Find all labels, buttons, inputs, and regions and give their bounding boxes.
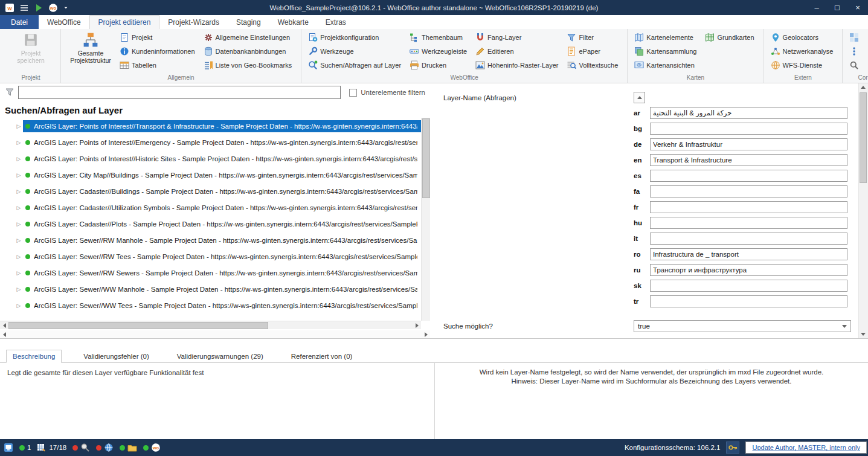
tree-item[interactable]: ▷ArcGIS Layer: Sewer//WW Manhole - Sampl… xyxy=(0,281,421,297)
scrollbar-thumb[interactable] xyxy=(8,322,268,329)
tree-item[interactable]: ▷ArcGIS Layer: Cadaster//Plots - Sample … xyxy=(0,216,421,232)
language-input-es[interactable] xyxy=(650,170,847,182)
scroll-right-icon[interactable] xyxy=(422,330,430,338)
properties-vscrollbar[interactable] xyxy=(858,83,868,338)
ribbon-button-kartensammlung[interactable]: Kartensammlung xyxy=(633,44,700,58)
ribbon-button-drucken[interactable]: Drucken xyxy=(408,58,471,72)
scrollbar-thumb[interactable] xyxy=(860,92,867,183)
ribbon-button-datenbankanbindungen[interactable]: Datenbankanbindungen xyxy=(202,44,296,58)
tab-staging[interactable]: Staging xyxy=(228,15,269,29)
ribbon-button-tabellen[interactable]: Tabellen xyxy=(118,58,199,72)
expander-icon[interactable]: ▷ xyxy=(14,172,23,178)
bottom-splitter[interactable] xyxy=(0,338,868,347)
ribbon-button-netzwerkanalyse[interactable]: Netzwerkanalyse xyxy=(770,44,837,58)
tree-item[interactable]: ▷ArcGIS Layer: Points of Interest//Histo… xyxy=(0,150,421,167)
expander-icon[interactable]: ▷ xyxy=(14,205,23,211)
update-author-badge[interactable]: Update Author, MASTER, intern only xyxy=(745,442,867,454)
ribbon-button-geolocators[interactable]: Geolocators xyxy=(770,30,837,44)
ribbon-button-projektkonfiguration[interactable]: Projektkonfiguration xyxy=(307,30,405,44)
tree-item[interactable]: ▷ArcGIS Layer: Cadaster//Utilization Sym… xyxy=(0,199,421,216)
tab-weboffice[interactable]: WebOffice xyxy=(39,15,89,29)
language-input-it[interactable] xyxy=(650,233,847,245)
key-button[interactable] xyxy=(726,442,739,454)
close-button[interactable]: × xyxy=(847,0,868,15)
ribbon-button-kartenelemente[interactable]: Kartenelemente xyxy=(633,30,700,44)
ribbon-button-gesamte-projektstruktur[interactable]: Gesamte Projektstruktur xyxy=(66,30,115,64)
tree-item[interactable]: ▷ArcGIS Layer: Points of Interest//Emerg… xyxy=(0,134,421,150)
expander-icon[interactable]: ▷ xyxy=(14,286,23,292)
scroll-left-icon[interactable] xyxy=(0,321,8,329)
bottom-tab-beschreibung[interactable]: Beschreibung xyxy=(6,350,62,363)
ribbon-button-allgemeine-einstellungen[interactable]: Allgemeine Einstellungen xyxy=(202,30,296,44)
language-input-fr[interactable] xyxy=(650,201,847,213)
panel-hscrollbar[interactable] xyxy=(0,330,430,338)
bottom-tab-validierungsfehler-0[interactable]: Validierungsfehler (0) xyxy=(77,350,155,362)
ribbon-button-core-dots[interactable] xyxy=(848,44,863,58)
ribbon-button-core-search[interactable] xyxy=(848,58,863,72)
scroll-down-icon[interactable] xyxy=(859,330,867,338)
panel-splitter[interactable] xyxy=(430,83,439,338)
expander-icon[interactable]: ▷ xyxy=(14,188,23,194)
minimize-button[interactable]: – xyxy=(806,0,827,15)
tab-extras[interactable]: Extras xyxy=(317,15,355,29)
tree-item[interactable]: ▷ArcGIS Layer: City Map//Buildings - Sam… xyxy=(0,167,421,183)
language-input-hu[interactable] xyxy=(650,217,847,229)
bottom-tab-referenziert-von-0[interactable]: Referenziert von (0) xyxy=(285,350,359,362)
ribbon-button-volltextsuche[interactable]: Volltextsuche xyxy=(565,58,622,72)
collapse-button[interactable] xyxy=(634,92,645,103)
scroll-up-icon[interactable] xyxy=(859,83,867,91)
ribbon-button-liste-von-geo-bookmarks[interactable]: Liste von Geo-Bookmarks xyxy=(202,58,296,72)
expander-icon[interactable]: ▷ xyxy=(14,303,23,309)
scroll-right-icon[interactable] xyxy=(413,321,421,329)
ribbon-button-kartenansichten[interactable]: Kartenansichten xyxy=(633,58,700,72)
ribbon-button-werkzeuge[interactable]: Werkzeuge xyxy=(307,44,405,58)
tab-webkarte[interactable]: Webkarte xyxy=(269,15,317,29)
tab-projekt-editieren[interactable]: Projekt editieren xyxy=(89,15,160,29)
ribbon-button-suchen-abfragen-auf-layer[interactable]: Suchen/Abfragen auf Layer xyxy=(307,58,405,72)
expander-icon[interactable]: ▷ xyxy=(14,254,23,260)
tab-projekt-wizards[interactable]: Projekt-Wizards xyxy=(159,15,228,29)
ribbon-button-editieren[interactable]: Editieren xyxy=(474,44,562,58)
ribbon-button-projekt-speichern[interactable]: Projekt speichern xyxy=(7,30,55,64)
tree-item[interactable]: ▷ArcGIS Layer: Sewer//RW Sewers - Sample… xyxy=(0,265,421,281)
tree-item[interactable]: ▷ArcGIS Layer: Points of Interest//Trans… xyxy=(0,118,421,134)
language-input-bg[interactable] xyxy=(650,123,847,135)
tab-datei[interactable]: Datei xyxy=(0,15,39,29)
search-possible-dropdown[interactable]: true xyxy=(634,320,851,332)
expander-icon[interactable]: ▷ xyxy=(14,156,23,162)
tree-hscrollbar[interactable] xyxy=(0,321,421,329)
ribbon-button-kundeninformationen[interactable]: Kundeninformationen xyxy=(118,44,199,58)
language-input-ar[interactable] xyxy=(650,107,847,119)
bottom-tab-validierungswarnungen-29[interactable]: Validierungswarnungen (29) xyxy=(171,350,269,362)
tree-vscrollbar[interactable] xyxy=(421,118,430,321)
ribbon-button-werkzeugleiste[interactable]: Werkzeugleiste xyxy=(408,44,471,58)
language-input-ro[interactable] xyxy=(650,248,847,260)
tree-item[interactable]: ▷ArcGIS Layer: Sewer//RW Tees - Sample P… xyxy=(0,248,421,265)
language-input-de[interactable] xyxy=(650,138,847,150)
scrollbar-thumb[interactable] xyxy=(422,118,430,198)
language-input-ru[interactable] xyxy=(650,264,847,276)
tree-item[interactable]: ▷ArcGIS Layer: Sewer//WW Tees - Sample P… xyxy=(0,297,421,313)
subelements-filter-checkbox[interactable] xyxy=(349,89,357,97)
language-input-sk[interactable] xyxy=(650,280,847,292)
ribbon-button-themenbaum[interactable]: Themenbaum xyxy=(408,30,471,44)
tree-item[interactable]: ▷ArcGIS Layer: Cadaster//Buildings - Sam… xyxy=(0,183,421,199)
ribbon-button-grundkarten[interactable]: Grundkarten xyxy=(704,30,757,44)
expander-icon[interactable]: ▷ xyxy=(14,140,23,146)
ribbon-button-epaper[interactable]: ePaper xyxy=(565,44,622,58)
filter-input[interactable] xyxy=(18,86,341,99)
ribbon-button-filter[interactable]: Filter xyxy=(565,30,622,44)
expander-icon[interactable]: ▷ xyxy=(14,270,23,276)
language-input-tr[interactable] xyxy=(650,295,847,307)
language-input-en[interactable] xyxy=(650,154,847,166)
ribbon-button-höheninfo-raster-layer[interactable]: Höheninfo-Raster-Layer xyxy=(474,58,562,72)
expander-icon[interactable]: ▷ xyxy=(14,237,23,243)
maximize-button[interactable]: □ xyxy=(827,0,847,15)
language-input-fa[interactable] xyxy=(650,185,847,197)
ribbon-button-projekt[interactable]: Projekt xyxy=(118,30,199,44)
expander-icon[interactable]: ▷ xyxy=(14,123,23,129)
ribbon-button-core-grid[interactable] xyxy=(848,30,863,44)
ribbon-button-wfs-dienste[interactable]: WFS-Dienste xyxy=(770,58,837,72)
ribbon-button-fang-layer[interactable]: Fang-Layer xyxy=(474,30,562,44)
tree-item[interactable]: ▷ArcGIS Layer: Sewer//RW Manhole - Sampl… xyxy=(0,232,421,248)
